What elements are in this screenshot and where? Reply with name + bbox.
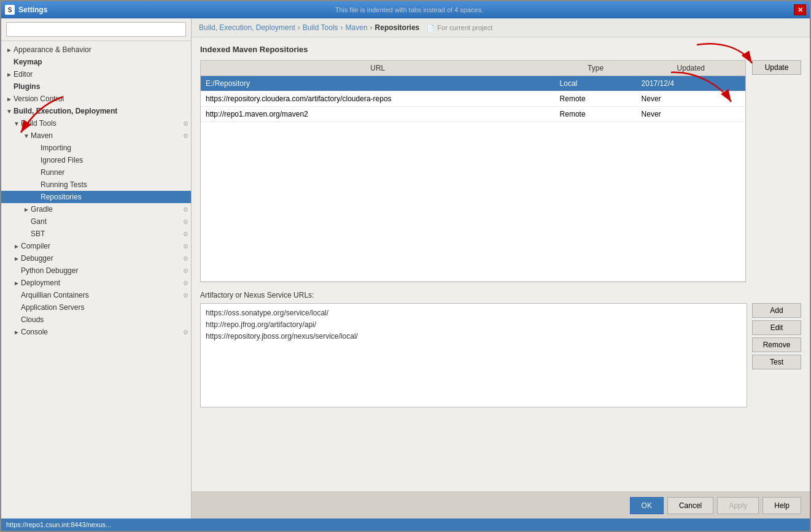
sidebar-item-keymap[interactable]: Keymap <box>1 56 191 68</box>
artifactory-content: https://oss.sonatype.org/service/local/ … <box>200 303 801 407</box>
artifactory-section: Artifactory or Nexus Service URLs: https… <box>200 291 801 407</box>
sidebar-item-label: Debugger <box>21 254 53 263</box>
edit-button[interactable]: Edit <box>752 320 801 335</box>
settings-icon: ⚙ <box>183 255 188 262</box>
repos-table: URL Type Updated E:/Repository Local <box>201 61 745 282</box>
table-row[interactable]: E:/Repository Local 2017/12/4 <box>201 76 745 91</box>
triangle-icon <box>23 206 29 212</box>
breadcrumb: Build, Execution, Deployment › Build Too… <box>192 18 810 37</box>
triangle-icon <box>6 108 12 114</box>
table-row[interactable]: https://repository.cloudera.com/artifact… <box>201 91 745 107</box>
triangle-icon <box>6 96 12 102</box>
sidebar-item-ignored-files[interactable]: Ignored Files <box>1 154 191 166</box>
project-icon: 📄 <box>427 25 434 31</box>
breadcrumb-project: 📄 For current project <box>427 24 492 31</box>
sidebar-item-deployment[interactable]: Deployment ⚙ <box>1 277 191 289</box>
triangle-icon <box>14 255 20 261</box>
apply-button[interactable]: Apply <box>717 497 759 514</box>
sidebar-item-plugins[interactable]: Plugins <box>1 80 191 93</box>
panel-content: Indexed Maven Repositories URL Type Upda… <box>192 37 810 492</box>
triangle-icon <box>6 71 12 77</box>
update-button-area: Update <box>752 60 801 75</box>
col-header-updated: Updated <box>637 61 745 76</box>
sidebar-item-label: Maven <box>31 131 53 140</box>
sidebar-item-gant[interactable]: Gant ⚙ <box>1 215 191 228</box>
sidebar-item-maven[interactable]: Maven ⚙ <box>1 129 191 142</box>
cell-type: Remote <box>555 91 637 107</box>
title-bar: S Settings This file is indented with ta… <box>1 1 810 18</box>
urls-textarea[interactable]: https://oss.sonatype.org/service/local/ … <box>200 303 747 407</box>
cancel-button[interactable]: Cancel <box>667 497 713 514</box>
remove-button[interactable]: Remove <box>752 337 801 352</box>
sidebar-item-running-tests[interactable]: Running Tests <box>1 179 191 191</box>
breadcrumb-build-tools[interactable]: Build Tools <box>303 23 338 32</box>
help-button[interactable]: Help <box>762 497 801 514</box>
triangle-icon <box>14 120 20 126</box>
sidebar-item-label: Importing <box>41 144 71 152</box>
sidebar-item-label: Python Debugger <box>21 266 78 275</box>
settings-icon: ⚙ <box>183 231 188 237</box>
sidebar-item-console[interactable]: Console ⚙ <box>1 326 191 338</box>
add-button[interactable]: Add <box>752 303 801 318</box>
breadcrumb-build-exec[interactable]: Build, Execution, Deployment <box>199 23 295 32</box>
cell-updated: Never <box>637 91 745 107</box>
status-bar: https://repo1.csun.int:8443/nexus... <box>1 519 810 531</box>
sidebar-item-arquillian[interactable]: Arquillian Containers ⚙ <box>1 289 191 301</box>
col-header-url: URL <box>201 61 555 76</box>
settings-icon: ⚙ <box>183 120 188 127</box>
sidebar-item-label: Clouds <box>21 315 44 324</box>
table-row[interactable]: http://repo1.maven.org/maven2 Remote Nev… <box>201 107 745 122</box>
sidebar-item-python-debugger[interactable]: Python Debugger ⚙ <box>1 264 191 277</box>
triangle-icon <box>14 280 20 286</box>
sidebar-item-label: Running Tests <box>41 180 87 189</box>
sidebar-item-gradle[interactable]: Gradle ⚙ <box>1 203 191 215</box>
sidebar-item-label: Gradle <box>31 205 53 214</box>
triangle-icon <box>14 243 20 249</box>
breadcrumb-sep-1: › <box>298 23 300 32</box>
search-box: 🔍 <box>1 18 191 41</box>
side-buttons: Add Edit Remove Test <box>752 303 801 407</box>
sidebar-item-label: Appearance & Behavior <box>14 45 91 54</box>
sidebar-item-editor[interactable]: Editor <box>1 68 191 80</box>
sidebar-item-version-control[interactable]: Version Control <box>1 93 191 105</box>
artifactory-label: Artifactory or Nexus Service URLs: <box>200 291 801 299</box>
sidebar-tree: Appearance & Behavior Keymap Editor Plug… <box>1 41 191 519</box>
sidebar-item-sbt[interactable]: SBT ⚙ <box>1 228 191 240</box>
update-button[interactable]: Update <box>752 60 801 75</box>
settings-icon: ⚙ <box>183 268 188 274</box>
cell-updated: 2017/12/4 <box>637 76 745 91</box>
sidebar-item-label: SBT <box>31 229 45 238</box>
close-button[interactable]: ✕ <box>794 4 806 15</box>
indexed-repos-section: Indexed Maven Repositories URL Type Upda… <box>200 45 801 282</box>
section-title: Indexed Maven Repositories <box>200 45 801 54</box>
cell-url: https://repository.cloudera.com/artifact… <box>201 91 555 107</box>
sidebar-item-label: Arquillian Containers <box>21 291 89 299</box>
sidebar-item-debugger[interactable]: Debugger ⚙ <box>1 252 191 264</box>
cell-url: http://repo1.maven.org/maven2 <box>201 107 555 122</box>
sidebar-item-build-tools[interactable]: Build Tools ⚙ <box>1 117 191 129</box>
sidebar-item-label: Runner <box>41 168 64 177</box>
sidebar-item-label: Deployment <box>21 279 60 287</box>
table-with-button: URL Type Updated E:/Repository Local <box>200 60 801 282</box>
triangle-icon <box>23 133 29 139</box>
test-button[interactable]: Test <box>752 355 801 369</box>
settings-icon: ⚙ <box>183 133 188 139</box>
sidebar-item-runner[interactable]: Runner <box>1 166 191 179</box>
window-hint: This file is indented with tabs instead … <box>335 6 484 13</box>
sidebar: 🔍 Appearance & Behavior Keymap <box>1 18 192 519</box>
ok-button[interactable]: OK <box>630 497 664 514</box>
sidebar-item-application-servers[interactable]: Application Servers <box>1 301 191 314</box>
sidebar-item-repositories[interactable]: Repositories <box>1 191 191 203</box>
sidebar-item-appearance[interactable]: Appearance & Behavior <box>1 44 191 56</box>
sidebar-item-label: Application Servers <box>21 303 84 312</box>
sidebar-item-compiler[interactable]: Compiler ⚙ <box>1 240 191 252</box>
sidebar-item-clouds[interactable]: Clouds <box>1 314 191 326</box>
settings-icon: ⚙ <box>183 243 188 250</box>
sidebar-item-importing[interactable]: Importing <box>1 142 191 154</box>
breadcrumb-maven[interactable]: Maven <box>346 23 368 32</box>
main-panel: Build, Execution, Deployment › Build Too… <box>192 18 810 519</box>
sidebar-item-build-exec-deploy[interactable]: Build, Execution, Deployment <box>1 105 191 117</box>
settings-icon: ⚙ <box>183 206 188 213</box>
triangle-icon <box>6 47 12 53</box>
search-input[interactable] <box>6 22 186 37</box>
